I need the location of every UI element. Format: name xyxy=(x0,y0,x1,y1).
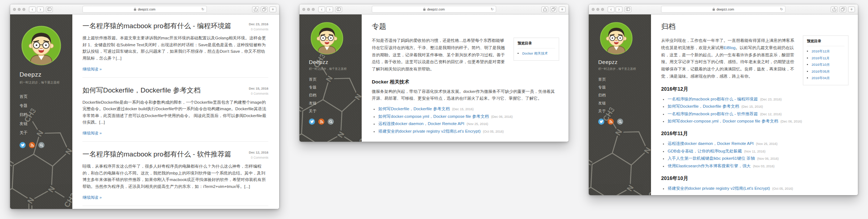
post-link[interactable]: 搭建安全的docker private registry v2指南(Let's … xyxy=(378,129,481,133)
minimize-button[interactable] xyxy=(18,8,21,11)
zoom-button[interactable] xyxy=(601,8,604,11)
back-button[interactable]: ‹ xyxy=(608,7,614,12)
post-date: (Dec 15, 2016) xyxy=(740,105,763,108)
close-button[interactable] xyxy=(302,8,305,11)
avatar[interactable] xyxy=(21,25,61,66)
toc-link[interactable]: 2016年04月 xyxy=(812,76,830,80)
post-link[interactable]: 远程连接docker daemon，Docker Remote API xyxy=(668,141,754,146)
rss-icon[interactable] xyxy=(608,119,614,125)
twitter-icon[interactable] xyxy=(598,119,604,125)
read-more-link[interactable]: 继续阅读 » xyxy=(82,66,102,72)
post-link[interactable]: 如何写docker-compose.yml，Docker compose fil… xyxy=(378,114,489,119)
post-link[interactable]: 一名程序猿的macbook pro都有什么 - 编程环境篇 xyxy=(668,97,758,101)
sidebar-nav: 首页专题归档友链关于 xyxy=(309,76,362,115)
toc-link[interactable]: Docker 相关技术 xyxy=(522,51,548,55)
sidebar-item-0[interactable]: 首页 xyxy=(598,76,651,83)
forward-button[interactable]: › xyxy=(616,7,622,12)
share-button[interactable] xyxy=(541,7,548,12)
share-button[interactable] xyxy=(252,7,259,12)
sidebar-item-2[interactable]: 归档 xyxy=(598,91,651,99)
post-link[interactable]: 如何写Dockerfile，Dockerfile 参考文档 xyxy=(378,107,450,111)
refresh-icon[interactable]: ↻ xyxy=(780,7,783,11)
back-button[interactable]: ‹ xyxy=(318,7,325,12)
post-link[interactable]: 入手人生第一款机械键盘lkbc poker61键位 茶轴 xyxy=(668,156,755,160)
forward-button[interactable]: › xyxy=(326,7,333,12)
zoom-button[interactable] xyxy=(22,8,25,11)
search-icon[interactable] xyxy=(617,119,623,125)
rss-icon[interactable] xyxy=(29,142,35,148)
section-heading: Docker 相关技术 xyxy=(372,79,558,85)
sidebar-item-4[interactable]: 关于 xyxy=(598,107,651,115)
close-button[interactable] xyxy=(592,8,595,11)
new-tab-button[interactable]: + xyxy=(559,7,566,12)
post-list-item: 入手人生第一款机械键盘lkbc poker61键位 茶轴 (Nov 06, 20… xyxy=(668,155,847,162)
desktop: ‹ › deepzz.com ↻ + xyxy=(0,0,868,219)
search-icon[interactable] xyxy=(328,119,334,125)
share-button[interactable] xyxy=(831,7,838,12)
refresh-icon[interactable]: ↻ xyxy=(491,7,494,11)
post-link[interactable]: 搭建安全的docker private registry v2指南(Let's … xyxy=(668,186,770,190)
toc-link[interactable]: 2016年10月 xyxy=(812,63,830,66)
article-comments-link[interactable]: 0 Comments xyxy=(236,27,268,31)
rss-icon[interactable] xyxy=(318,119,324,125)
read-more-link[interactable]: 继续阅读 » xyxy=(82,130,102,136)
article-title[interactable]: 一名程序猿的macbook pro都有什么 - 编程环境篇 xyxy=(82,22,236,31)
post-link[interactable]: 如何写Dockerfile，Dockerfile 参考文档 xyxy=(668,104,739,108)
toc-link[interactable]: 2016年12月 xyxy=(812,49,830,53)
sidebar-item-1[interactable]: 专题 xyxy=(20,101,72,110)
sidebar-item-3[interactable]: 友链 xyxy=(20,119,72,128)
new-tab-button[interactable]: + xyxy=(848,7,855,12)
zoom-button[interactable] xyxy=(312,8,315,11)
toc-box: 预览目录 2016年12月2016年11月2016年10月2016年05月201… xyxy=(803,35,848,85)
minimize-button[interactable] xyxy=(307,8,310,11)
eiblog-link[interactable]: EiBlog xyxy=(724,46,736,50)
sidebar-item-0[interactable]: 首页 xyxy=(20,92,72,101)
post-link[interactable]: 一名程序猿的macbook pro都有什么 - 软件推荐篇 xyxy=(668,112,758,116)
sidebar-item-4[interactable]: 关于 xyxy=(309,107,362,115)
sidebar-item-2[interactable]: 归档 xyxy=(309,91,362,99)
twitter-icon[interactable] xyxy=(20,142,26,148)
new-tab-button[interactable]: + xyxy=(269,7,276,12)
twitter-icon[interactable] xyxy=(309,119,315,125)
blog-sidebar: Deepzz 积一时之跬步，臻千里之遥程 首页专题归档友链关于 xyxy=(589,14,651,195)
tabs-button[interactable] xyxy=(839,7,846,12)
sidebar-toggle-button[interactable] xyxy=(46,7,53,12)
avatar[interactable] xyxy=(310,22,344,55)
toc-list: 2016年12月2016年11月2016年10月2016年05月2016年04月 xyxy=(807,48,844,82)
sidebar-toggle-button[interactable] xyxy=(625,7,631,12)
tabs-button[interactable] xyxy=(550,7,557,12)
article-title[interactable]: 一名程序猿的macbook pro都有什么 - 软件推荐篇 xyxy=(82,150,236,159)
post-link[interactable]: 如何写docker-compose.yml，Docker compose fil… xyxy=(668,119,778,123)
back-button[interactable]: ‹ xyxy=(29,7,36,12)
sidebar-item-3[interactable]: 友链 xyxy=(598,99,651,107)
toc-link[interactable]: 2016年11月 xyxy=(812,56,830,60)
avatar[interactable] xyxy=(600,22,633,55)
sidebar-item-0[interactable]: 首页 xyxy=(309,76,362,83)
article-comments-link[interactable]: 0 Comments xyxy=(236,92,268,95)
post-link[interactable]: GDB命令基础，让你的程序bug无处躲藏 xyxy=(668,149,742,153)
address-bar[interactable]: deepzz.com ↻ xyxy=(661,6,786,13)
toc-link[interactable]: 2016年05月 xyxy=(812,69,830,73)
post-link[interactable]: 远程连接docker daemon，Docker Remote API xyxy=(378,121,464,126)
topics-content: 专题 预览目录 Docker 相关技术 不知是否遗传了妈妈的爱收拾的习惯，还是性… xyxy=(362,14,569,142)
article-comments-link[interactable]: 0 Comments xyxy=(236,156,268,159)
sidebar-item-1[interactable]: 专题 xyxy=(309,83,362,91)
search-icon[interactable] xyxy=(38,142,44,148)
sidebar-item-1[interactable]: 专题 xyxy=(598,83,651,91)
article-title[interactable]: 如何写Dockerfile，Dockerfile 参考文档 xyxy=(82,86,236,95)
refresh-icon[interactable]: ↻ xyxy=(201,7,204,11)
forward-button[interactable]: › xyxy=(37,7,44,12)
post-link[interactable]: 使用Elasticsearch作为本博客搜索引擎，强大 xyxy=(668,164,750,168)
url-text: deepzz.com xyxy=(427,8,445,11)
minimize-button[interactable] xyxy=(596,8,599,11)
address-bar[interactable]: deepzz.com ↻ xyxy=(82,6,207,13)
sidebar-toggle-button[interactable] xyxy=(335,7,342,12)
browser-window-archive: ‹ › deepzz.com ↻ + xyxy=(589,4,858,195)
sidebar-item-2[interactable]: 归档 xyxy=(20,110,72,119)
sidebar-item-4[interactable]: 关于 xyxy=(20,128,72,137)
read-more-link[interactable]: 继续阅读 » xyxy=(82,195,102,200)
tabs-button[interactable] xyxy=(261,7,268,12)
close-button[interactable] xyxy=(13,8,16,11)
sidebar-item-3[interactable]: 友链 xyxy=(309,99,362,107)
address-bar[interactable]: deepzz.com ↻ xyxy=(372,6,496,13)
